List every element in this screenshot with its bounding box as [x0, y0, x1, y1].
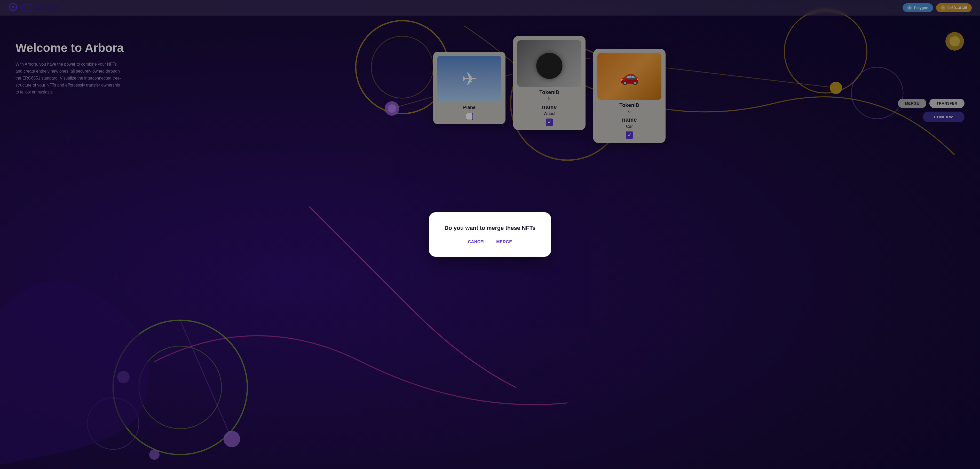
dialog-cancel-button[interactable]: CANCEL [468, 240, 486, 244]
dialog-merge-button[interactable]: MERGE [496, 240, 512, 244]
dialog-box: Do you want to merge these NFTs CANCEL M… [429, 212, 551, 257]
dialog-overlay: Do you want to merge these NFTs CANCEL M… [0, 0, 980, 469]
dialog-title: Do you want to merge these NFTs [445, 225, 536, 231]
dialog-actions: CANCEL MERGE [468, 240, 512, 244]
